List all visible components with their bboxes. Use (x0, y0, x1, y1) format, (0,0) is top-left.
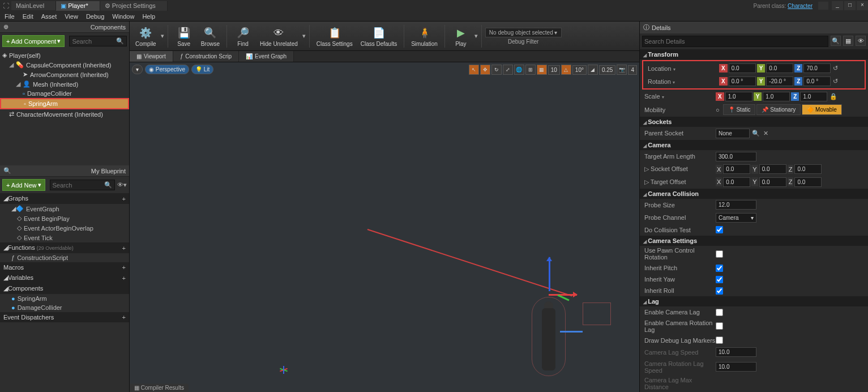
scale-snap-icon[interactable]: ◢ (588, 65, 598, 75)
location-y[interactable] (766, 63, 793, 73)
perspective-button[interactable]: ◉ Perspective (145, 65, 189, 74)
probe-channel-select[interactable]: Camera▾ (716, 213, 756, 223)
construction-tab[interactable]: ƒ Construction Scrip (173, 51, 239, 62)
mobility-static[interactable]: 📍 Static (723, 104, 756, 115)
rotation-z[interactable] (803, 76, 831, 86)
pick-socket-icon[interactable]: 🔍 (751, 130, 761, 137)
do-collision-checkbox[interactable] (716, 226, 723, 233)
socket-offset-y[interactable] (759, 164, 786, 174)
marketplace-icon[interactable] (818, 2, 828, 10)
menu-view[interactable]: View (65, 13, 78, 20)
graph-eventgraph[interactable]: ◢🔷 EventGraph (0, 204, 129, 214)
simulation-button[interactable]: 🧍Simulation (408, 24, 441, 48)
section-sockets[interactable]: Sockets (640, 117, 868, 127)
play-button[interactable]: ▶Play (448, 24, 473, 48)
component-capsule[interactable]: ◢💊 CapsuleComponent (Inherited) (0, 60, 129, 70)
browse-button[interactable]: 🔍Browse (198, 24, 223, 48)
minimize-button[interactable]: _ (832, 1, 843, 10)
find-button[interactable]: 🔎Find (230, 24, 255, 48)
rotate-mode-icon[interactable]: ↻ (491, 65, 502, 75)
lock-scale-icon[interactable]: 🔒 (828, 93, 839, 100)
event-overlap[interactable]: ◇ Event ActorBeginOverlap (0, 223, 129, 233)
add-new-button[interactable]: + Add New ▾ (2, 179, 45, 191)
menu-edit[interactable]: Edit (23, 13, 33, 20)
event-beginplay[interactable]: ◇ Event BeginPlay (0, 214, 129, 223)
lit-button[interactable]: 💡 Lit (191, 65, 213, 74)
target-offset-y[interactable] (759, 177, 786, 187)
translate-mode-icon[interactable]: ✥ (480, 65, 490, 75)
scale-z[interactable] (800, 92, 827, 101)
parent-socket-value[interactable]: None (716, 129, 750, 138)
socket-offset-z[interactable] (794, 164, 822, 174)
maximize-button[interactable]: □ (844, 1, 856, 10)
reset-rotation-icon[interactable]: ↺ (832, 78, 839, 85)
scale-y[interactable] (763, 92, 790, 101)
class-defaults-button[interactable]: 📄Class Defaults (357, 24, 400, 48)
func-construction[interactable]: ƒ ConstructionScript (0, 253, 129, 262)
enable-rot-lag-checkbox[interactable] (716, 322, 723, 330)
var-damagecollider[interactable]: ● DamageCollider (0, 303, 129, 312)
camera-speed-icon[interactable]: 📷 (617, 65, 627, 75)
angle-snap-value[interactable]: 10° (572, 65, 587, 75)
gizmo-x-axis[interactable] (549, 294, 577, 296)
reset-location-icon[interactable]: ↺ (832, 65, 839, 72)
titlebar-tab-mainlevel[interactable]: MainLevel (11, 1, 56, 10)
gizmo-z-axis[interactable] (549, 257, 550, 291)
var-springarm[interactable]: ● SpringArm (0, 294, 129, 303)
cat-macros[interactable]: Macros+ (0, 262, 129, 272)
cat-functions[interactable]: ◢Functions (29 Overridable)+ (0, 242, 129, 253)
titlebar-tab-player[interactable]: ▣ Player* (56, 1, 100, 11)
draw-lag-checkbox[interactable] (716, 336, 723, 344)
cat-variables[interactable]: ◢Variables+ (0, 272, 129, 283)
rotation-x[interactable] (729, 76, 756, 86)
target-offset-z[interactable] (794, 177, 822, 187)
rotation-y[interactable] (766, 76, 793, 86)
section-camera[interactable]: Camera (640, 140, 868, 150)
save-button[interactable]: 💾Save (172, 24, 196, 48)
menu-asset[interactable]: Asset (41, 13, 57, 20)
component-root[interactable]: ◈ Player(self) (0, 50, 129, 60)
compile-button[interactable]: ⚙️Compile (132, 24, 160, 48)
menu-debug[interactable]: Debug (86, 13, 104, 20)
mobility-stationary[interactable]: 📌 Stationary (756, 104, 801, 115)
event-tick[interactable]: ◇ Event Tick (0, 233, 129, 242)
clear-socket-icon[interactable]: ✕ (762, 130, 769, 137)
parent-class-link[interactable]: Character (788, 3, 813, 9)
viewport-tab[interactable]: ▦ Viewport (130, 51, 173, 62)
view-options-icon[interactable]: 👁▾ (117, 181, 127, 189)
component-springarm[interactable]: ◦ SpringArm (0, 98, 129, 109)
angle-snap-icon[interactable]: △ (561, 65, 571, 75)
titlebar-tab-settings[interactable]: ⚙ Project Settings (100, 1, 168, 11)
compiler-results-tab[interactable]: ▦ Compiler Results (130, 384, 189, 392)
close-button[interactable]: × (857, 1, 868, 10)
add-variable-icon[interactable]: + (122, 275, 126, 282)
socket-offset-x[interactable] (723, 164, 750, 174)
surface-snap-icon[interactable]: ⊞ (525, 65, 536, 75)
inherit-yaw-checkbox[interactable] (716, 276, 723, 283)
section-collision[interactable]: Camera Collision (640, 189, 868, 199)
add-component-button[interactable]: + Add Component ▾ (2, 35, 65, 47)
mobility-movable[interactable]: 🔶 Movable (802, 104, 842, 115)
inherit-roll-checkbox[interactable] (716, 287, 723, 295)
inherit-pitch-checkbox[interactable] (716, 265, 723, 272)
components-search[interactable] (72, 38, 116, 45)
view-options-icon[interactable]: 👁 (856, 36, 866, 46)
enable-lag-checkbox[interactable] (716, 309, 723, 316)
location-x[interactable] (729, 63, 756, 73)
section-cam-settings[interactable]: Camera Settings (640, 236, 868, 246)
property-matrix-icon[interactable]: ▦ (843, 36, 853, 46)
select-mode-icon[interactable]: ↖ (469, 65, 479, 75)
section-transform[interactable]: Transform (640, 49, 868, 59)
component-mesh[interactable]: ◢👤 Mesh (Inherited) (0, 79, 129, 89)
add-function-icon[interactable]: + (122, 245, 126, 252)
grid-snap-value[interactable]: 10 (548, 65, 560, 75)
component-damagecollider[interactable]: ▫ DamageCollider (0, 89, 129, 98)
search-icon[interactable]: 🔍 (831, 36, 841, 46)
hide-unrelated-button[interactable]: 👁Hide Unrelated (256, 24, 301, 48)
scale-snap-value[interactable]: 0.25 (599, 65, 615, 75)
component-arrow[interactable]: ➤ ArrowComponent (Inherited) (0, 70, 129, 79)
class-settings-button[interactable]: 📋Class Settings (313, 24, 356, 48)
cat-dispatchers[interactable]: Event Dispatchers+ (0, 312, 129, 322)
scale-mode-icon[interactable]: ⤢ (503, 65, 513, 75)
target-offset-x[interactable] (723, 177, 750, 187)
